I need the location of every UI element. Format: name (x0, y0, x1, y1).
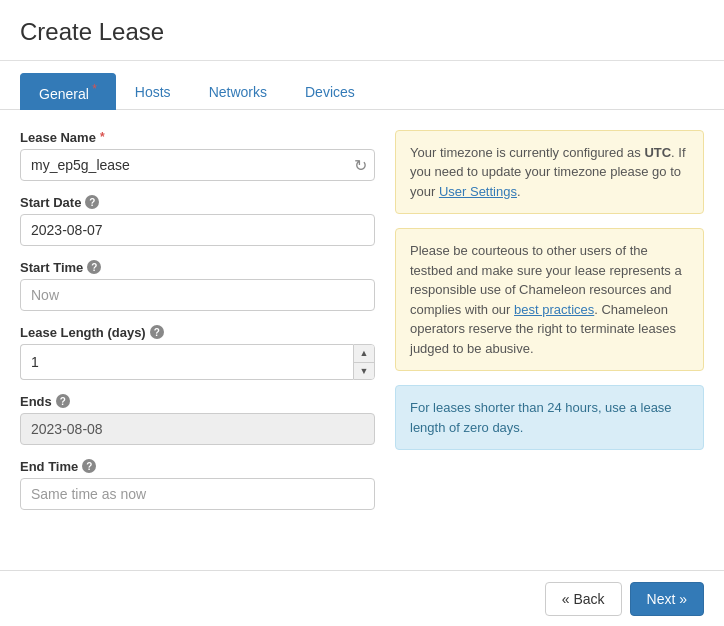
lease-length-label: Lease Length (days) ? (20, 325, 375, 340)
lease-length-help-icon[interactable]: ? (150, 325, 164, 339)
timezone-info-box: Your timezone is currently configured as… (395, 130, 704, 215)
end-time-help-icon[interactable]: ? (82, 459, 96, 473)
start-time-label: Start Time ? (20, 260, 375, 275)
lease-name-required: * (100, 130, 105, 144)
left-panel: Lease Name * ↻ Start Date ? Start Time ? (20, 130, 375, 510)
tab-devices[interactable]: Devices (286, 75, 374, 108)
page-header: Create Lease (0, 0, 724, 61)
lease-name-input[interactable] (20, 149, 375, 181)
start-time-group: Start Time ? (20, 260, 375, 311)
tabs-bar: General * Hosts Networks Devices (0, 61, 724, 110)
user-settings-link[interactable]: User Settings (439, 184, 517, 199)
ends-input (20, 413, 375, 445)
ends-label: Ends ? (20, 394, 375, 409)
required-indicator: * (89, 82, 97, 96)
start-date-group: Start Date ? (20, 195, 375, 246)
footer-bar: « Back Next » (0, 570, 724, 626)
start-date-label: Start Date ? (20, 195, 375, 210)
next-button[interactable]: Next » (630, 582, 704, 616)
main-content: Lease Name * ↻ Start Date ? Start Time ? (0, 110, 724, 530)
lease-name-input-wrapper: ↻ (20, 149, 375, 181)
spinner-up-button[interactable]: ▲ (354, 345, 374, 362)
spinner-down-button[interactable]: ▼ (354, 362, 374, 379)
timezone-value: UTC (644, 145, 671, 160)
reload-icon[interactable]: ↻ (354, 155, 367, 174)
ends-group: Ends ? (20, 394, 375, 445)
end-time-input[interactable] (20, 478, 375, 510)
lease-name-label: Lease Name * (20, 130, 375, 145)
start-time-help-icon[interactable]: ? (87, 260, 101, 274)
short-lease-info-box: For leases shorter than 24 hours, use a … (395, 385, 704, 450)
start-date-input[interactable] (20, 214, 375, 246)
lease-length-input[interactable] (20, 344, 353, 380)
end-time-group: End Time ? (20, 459, 375, 510)
end-time-label: End Time ? (20, 459, 375, 474)
tab-hosts[interactable]: Hosts (116, 75, 190, 108)
lease-length-spinner: ▲ ▼ (20, 344, 375, 380)
page-title: Create Lease (20, 18, 704, 46)
ends-help-icon[interactable]: ? (56, 394, 70, 408)
tab-networks[interactable]: Networks (190, 75, 286, 108)
right-panel: Your timezone is currently configured as… (395, 130, 704, 510)
back-button[interactable]: « Back (545, 582, 622, 616)
start-date-help-icon[interactable]: ? (85, 195, 99, 209)
lease-length-group: Lease Length (days) ? ▲ ▼ (20, 325, 375, 380)
courteous-info-box: Please be courteous to other users of th… (395, 228, 704, 371)
tab-general[interactable]: General * (20, 73, 116, 110)
spinner-buttons: ▲ ▼ (353, 344, 375, 380)
start-time-input[interactable] (20, 279, 375, 311)
best-practices-link[interactable]: best practices (514, 302, 594, 317)
lease-name-group: Lease Name * ↻ (20, 130, 375, 181)
